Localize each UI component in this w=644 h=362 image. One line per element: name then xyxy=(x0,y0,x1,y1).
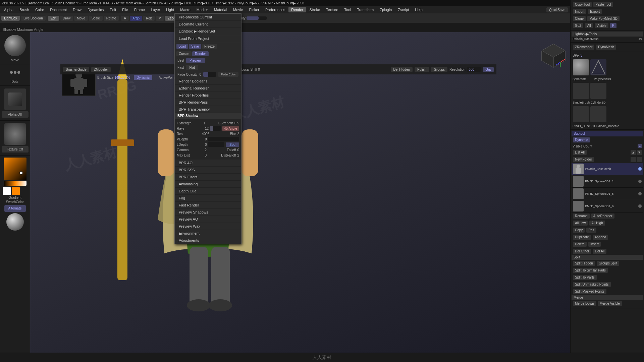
del-all-btn[interactable]: Del All xyxy=(593,249,606,254)
environment-item[interactable]: Environment xyxy=(175,230,241,237)
swatch-white[interactable] xyxy=(3,187,11,195)
alpha-off-btn[interactable]: Alpha Off xyxy=(2,111,29,118)
menu-preferences[interactable]: Preferences xyxy=(263,7,288,12)
quick-save-btn[interactable]: QuickSave xyxy=(546,7,568,12)
subtool-item-sphere1[interactable]: PM3D_Sphere3D1_1 xyxy=(572,175,643,188)
menu-texture[interactable]: Texture xyxy=(323,7,341,12)
canvas-background[interactable]: RRCG 人人素材 RRCG 人人素材 xyxy=(30,32,570,353)
lightbox-renderset-item[interactable]: Lightbox ▶ RenderSet xyxy=(175,28,241,35)
menu-help[interactable]: Help xyxy=(412,7,425,12)
adjustments-item[interactable]: Adjustments xyxy=(175,237,241,244)
split-masked-btn[interactable]: Split Masked Points xyxy=(573,289,606,294)
delete-btn[interactable]: Delete xyxy=(573,242,587,247)
polish-btn[interactable]: Polish xyxy=(415,67,429,72)
nav-cube[interactable] xyxy=(540,42,567,69)
split-similar-btn[interactable]: Split To Similar Parts xyxy=(573,268,608,273)
live-boolean-btn[interactable]: Live Boolean xyxy=(21,16,46,21)
menu-movie[interactable]: Movie xyxy=(230,7,246,12)
new-folder-btn[interactable]: New Folder xyxy=(573,157,594,162)
render-tab[interactable]: Render xyxy=(192,51,209,56)
preview-btn[interactable]: Preview xyxy=(186,58,205,63)
color-square[interactable] xyxy=(4,158,26,180)
polymesh3d-thumb[interactable] xyxy=(590,59,606,75)
freeze-btn[interactable]: Freeze xyxy=(202,44,217,49)
decimate-current-item[interactable]: Decimate Current xyxy=(175,21,241,28)
split-to-parts-btn[interactable]: Split To Parts xyxy=(573,275,597,280)
menu-draw[interactable]: Draw xyxy=(70,7,84,12)
pm3d-cube-thumb[interactable] xyxy=(573,106,589,122)
menu-light[interactable]: Light xyxy=(163,7,177,12)
edit-btn[interactable]: Edit xyxy=(48,16,59,21)
simple-brush-thumb[interactable] xyxy=(573,83,589,99)
menu-brush[interactable]: Brush xyxy=(17,7,32,12)
ldepth-slider[interactable] xyxy=(208,142,224,147)
dynamesh-btn[interactable]: DynaMesh xyxy=(596,45,616,50)
preview-ao-item[interactable]: Preview AO xyxy=(175,216,241,223)
sphere1-vis-toggle[interactable] xyxy=(638,180,642,183)
rays-slider[interactable] xyxy=(210,126,221,131)
save-btn[interactable]: Save xyxy=(189,44,201,49)
angle-btn[interactable]: 45 Angle xyxy=(222,126,239,131)
merge-down-btn[interactable]: Merge Down xyxy=(573,301,596,306)
del-other-btn[interactable]: Del Other xyxy=(573,249,591,254)
duplicate-btn[interactable]: Duplicate xyxy=(573,235,591,240)
copy-tool-btn[interactable]: Copy Tool xyxy=(573,2,592,7)
lightbox-tools-header[interactable]: Lightbox▶Tools xyxy=(572,32,643,37)
bpr-ao-item[interactable]: BPR AO xyxy=(175,160,241,167)
bpr-transparency-item[interactable]: BPR Transparency xyxy=(175,106,241,113)
grp-btn[interactable]: Grp xyxy=(483,67,494,72)
bpr-shadow-header[interactable]: BPR Shadow xyxy=(175,113,241,119)
goz-btn[interactable]: GoZ xyxy=(573,23,583,28)
menu-color[interactable]: Color xyxy=(33,7,47,12)
pm3d-basemesh-thumb[interactable] xyxy=(590,106,606,122)
sphere3d-thumb[interactable] xyxy=(573,59,589,75)
paladin-vis-toggle[interactable] xyxy=(638,167,642,171)
groups-btn[interactable]: Groups xyxy=(431,67,447,72)
render-booleans-item[interactable]: Render Booleans xyxy=(175,78,241,85)
menu-edit[interactable]: Edit xyxy=(107,7,119,12)
bpr-filters-item[interactable]: BPR Filters xyxy=(175,174,241,181)
menu-dynamics[interactable]: Dynamics xyxy=(85,7,106,12)
cursor-tab[interactable]: Cursor xyxy=(176,51,192,56)
import-btn[interactable]: Import xyxy=(573,9,586,14)
menu-tool[interactable]: Tool xyxy=(341,7,354,12)
menu-render[interactable]: Render xyxy=(288,7,306,12)
gradient-bar[interactable] xyxy=(4,181,26,186)
insert-btn[interactable]: Insert xyxy=(588,242,601,247)
spd-btn[interactable]: Spd xyxy=(226,142,239,147)
zmodeler-btn[interactable]: ZModeler xyxy=(91,67,111,72)
antialiasing-item[interactable]: Antialiasing xyxy=(175,181,241,188)
split-hidden-btn[interactable]: Split Hidden xyxy=(573,261,595,266)
clone-btn[interactable]: Clone xyxy=(573,16,586,21)
vdepth-slider[interactable] xyxy=(208,137,239,141)
sphere5-vis-toggle[interactable] xyxy=(638,192,642,195)
preprocess-current-item[interactable]: Pre-process Current xyxy=(175,14,241,21)
argb-btn[interactable]: Argb xyxy=(130,16,142,21)
all-high-btn[interactable]: All High xyxy=(589,221,605,226)
all-btn[interactable]: All xyxy=(585,23,593,28)
menu-stroke[interactable]: Stroke xyxy=(307,7,323,12)
rotate-btn[interactable]: Rotate xyxy=(104,16,119,21)
brusher-guide-btn[interactable]: BrusherGuide xyxy=(63,67,89,72)
auto-reorder-btn[interactable]: AutoReorder xyxy=(591,214,614,219)
rgb-btn[interactable]: Rgb xyxy=(143,16,155,21)
menu-frame[interactable]: Frame xyxy=(131,7,148,12)
bpr-sss-item[interactable]: BPR SSS xyxy=(175,167,241,174)
split-unmasked-btn[interactable]: Split Unmasked Points xyxy=(573,282,611,287)
merge-visible-btn[interactable]: Merge Visible xyxy=(598,301,622,306)
export-btn[interactable]: Export xyxy=(588,9,602,14)
menu-zplugin[interactable]: Zplugin xyxy=(377,7,394,12)
all-low-btn[interactable]: All Low xyxy=(573,221,588,226)
pas-btn[interactable]: Pas xyxy=(586,228,596,233)
sphere6-vis-toggle[interactable] xyxy=(638,204,642,208)
dynamic-subtool-btn[interactable]: Dynamic xyxy=(573,137,590,142)
swatch-orange[interactable] xyxy=(12,187,20,195)
move-btn[interactable]: Move xyxy=(74,16,88,21)
preview-shadows-item[interactable]: Preview Shadows xyxy=(175,209,241,216)
bpr-renderpass-item[interactable]: BPR RenderPass xyxy=(175,99,241,106)
load-from-project-item[interactable]: Load From Project xyxy=(175,35,241,42)
preview-wax-item[interactable]: Preview Wax xyxy=(175,223,241,230)
list-all-btn[interactable]: List All xyxy=(573,150,587,155)
cylinder3d-thumb[interactable] xyxy=(590,83,606,99)
depth-cue-item[interactable]: Depth Cue xyxy=(175,188,241,195)
